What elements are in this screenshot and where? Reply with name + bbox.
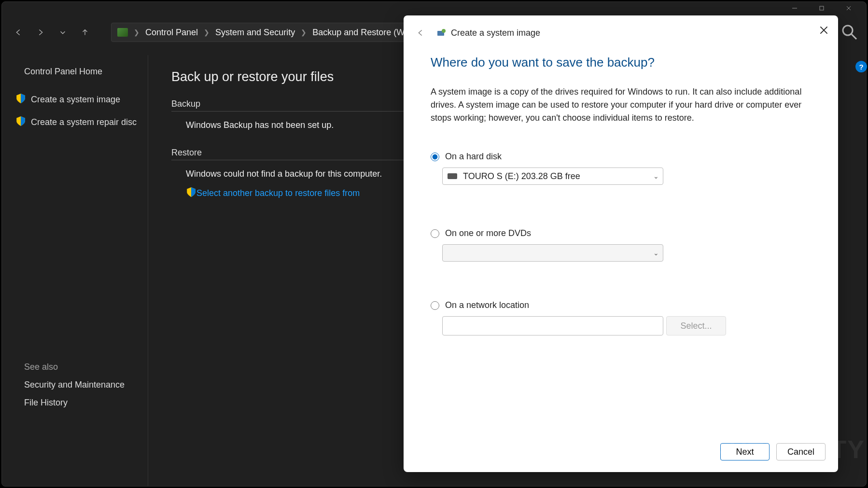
- link-label: Select another backup to restore files f…: [196, 188, 360, 198]
- maximize-button[interactable]: [808, 2, 835, 14]
- chevron-down-icon: ⌄: [653, 172, 659, 180]
- chevron-right-icon: ❯: [134, 28, 140, 36]
- dialog-header: Create a system image: [404, 15, 838, 50]
- breadcrumb[interactable]: Control Panel: [145, 28, 198, 38]
- svg-point-4: [843, 26, 853, 35]
- sidebar: Control Panel Home Create a system image…: [2, 55, 148, 486]
- select-network-button[interactable]: Select...: [666, 316, 726, 335]
- sidebar-item-label: Create a system image: [31, 95, 120, 105]
- option-dvd: On one or more DVDs ⌄: [431, 228, 811, 262]
- restore-header: Restore: [171, 148, 422, 160]
- control-panel-home-link[interactable]: Control Panel Home: [14, 62, 143, 82]
- search-button[interactable]: [840, 23, 859, 42]
- radio-network-input[interactable]: [431, 301, 439, 310]
- radio-label: On a network location: [445, 300, 529, 310]
- radio-hard-disk-input[interactable]: [431, 153, 439, 161]
- back-button[interactable]: [9, 23, 28, 42]
- forward-button[interactable]: [31, 23, 50, 42]
- drive-icon: [448, 173, 457, 179]
- dialog-footer: Next Cancel: [720, 443, 826, 460]
- radio-network[interactable]: On a network location: [431, 300, 811, 310]
- combo-value: TOURO S (E:) 203.28 GB free: [463, 171, 580, 181]
- minimize-button[interactable]: [781, 2, 808, 14]
- up-button[interactable]: [75, 23, 95, 42]
- sidebar-item-label: Create a system repair disc: [31, 117, 137, 127]
- chevron-right-icon: ❯: [301, 28, 307, 36]
- radio-label: On one or more DVDs: [445, 228, 531, 238]
- hard-disk-combo[interactable]: TOURO S (E:) 203.28 GB free ⌄: [442, 167, 663, 185]
- dialog-title: Create a system image: [451, 28, 540, 38]
- network-path-input[interactable]: [442, 316, 663, 335]
- backup-header: Backup: [171, 99, 422, 112]
- close-button[interactable]: [835, 2, 862, 14]
- breadcrumb[interactable]: System and Security: [215, 28, 295, 38]
- dialog-body: Where do you want to save the backup? A …: [404, 50, 838, 367]
- help-button[interactable]: ?: [855, 61, 867, 72]
- radio-dvd-input[interactable]: [431, 229, 439, 238]
- shield-icon: [15, 93, 26, 106]
- sidebar-link-security[interactable]: Security and Maintenance: [14, 376, 143, 394]
- dialog-close-button[interactable]: [816, 22, 831, 38]
- svg-point-7: [442, 29, 446, 33]
- backup-icon: [436, 28, 446, 38]
- chevron-right-icon: ❯: [204, 28, 210, 36]
- sidebar-link-file-history[interactable]: File History: [14, 394, 143, 412]
- dvd-combo[interactable]: ⌄: [442, 244, 663, 262]
- create-system-image-dialog: Create a system image Where do you want …: [404, 15, 838, 472]
- svg-rect-1: [820, 6, 824, 10]
- radio-hard-disk[interactable]: On a hard disk: [431, 152, 811, 162]
- dialog-description: A system image is a copy of the drives r…: [431, 85, 811, 125]
- sidebar-item-repair-disc[interactable]: Create a system repair disc: [14, 111, 143, 134]
- chevron-down-icon: ⌄: [653, 249, 659, 257]
- radio-label: On a hard disk: [445, 152, 502, 162]
- dialog-question: Where do you want to save the backup?: [431, 55, 811, 70]
- dialog-back-button[interactable]: [413, 26, 428, 40]
- shield-icon: [186, 187, 196, 200]
- cancel-button[interactable]: Cancel: [776, 443, 826, 460]
- see-also-header: See also: [14, 358, 143, 376]
- recent-dropdown[interactable]: [53, 23, 72, 42]
- next-button[interactable]: Next: [720, 443, 770, 460]
- radio-dvd[interactable]: On one or more DVDs: [431, 228, 811, 238]
- control-panel-icon: [117, 28, 128, 37]
- option-hard-disk: On a hard disk TOURO S (E:) 203.28 GB fr…: [431, 152, 811, 185]
- shield-icon: [15, 116, 26, 129]
- svg-line-5: [852, 34, 856, 39]
- sidebar-item-create-image[interactable]: Create a system image: [14, 88, 143, 111]
- option-network: On a network location Select...: [431, 300, 811, 335]
